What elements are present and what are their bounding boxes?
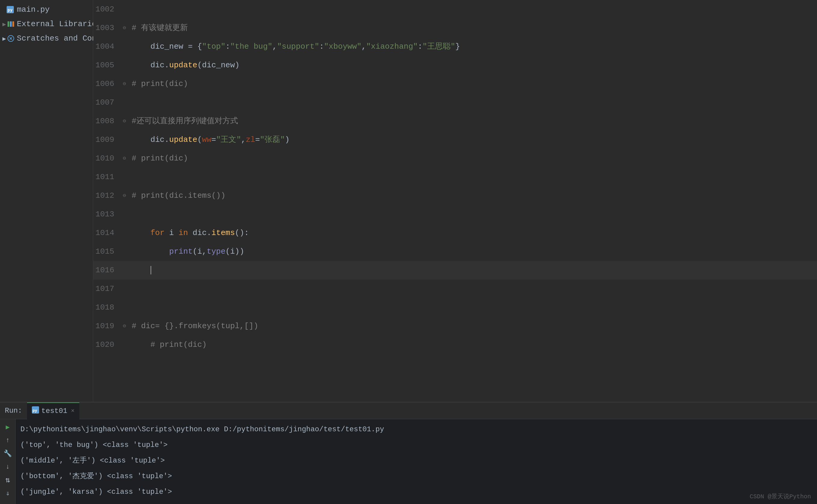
table-row: 1012 ⊖ # print(dic.items()) <box>93 186 817 205</box>
play-button[interactable]: ▶ <box>2 422 13 432</box>
svg-rect-3 <box>10 21 12 27</box>
sidebar-item-label: main.py <box>17 5 50 14</box>
expand-arrow-icon2: ▶ <box>2 35 6 42</box>
run-label: Run: <box>5 407 22 415</box>
list-item: D:\pythonitems\jinghao\venv\Scripts\pyth… <box>20 422 812 437</box>
sidebar-item-main-py[interactable]: py main.py <box>0 2 93 17</box>
svg-rect-4 <box>12 21 14 27</box>
table-row: 1018 <box>93 298 817 317</box>
run-panel: Run: py test01 × ▶ ↑ 🔧 ↓ ⇅ ⇓ ◼ 🖨 <box>0 402 817 504</box>
table-row: 1015 print(i,type(i)) <box>93 242 817 261</box>
svg-text:py: py <box>8 8 13 12</box>
watermark: CSDN @景天说Python <box>750 492 811 500</box>
rerun-button[interactable]: ⇅ <box>2 475 13 485</box>
table-row: 1011 <box>93 168 817 186</box>
table-row: 1017 <box>93 279 817 298</box>
expand-arrow-icon: ▶ <box>2 20 6 28</box>
table-row: 1014 for i in dic.items(): <box>93 224 817 242</box>
table-row: 1019 ⊖ # dic= {}.fromkeys(tupl,[]) <box>93 317 817 335</box>
wrench-button[interactable]: 🔧 <box>2 448 13 459</box>
scratches-icon <box>7 34 14 43</box>
list-item: ('top', 'the bug') <class 'tuple'> <box>20 437 812 453</box>
stop-button[interactable]: ◼ <box>2 501 13 504</box>
table-row: 1013 <box>93 205 817 224</box>
python-file-icon: py <box>6 5 14 14</box>
table-row: 1004 dic_new = {"top":"the bug","support… <box>93 37 817 56</box>
close-tab-button[interactable]: × <box>71 408 75 414</box>
console-output: D:\pythonitems\jinghao\venv\Scripts\pyth… <box>16 419 817 504</box>
sidebar-item-label: External Libraries <box>17 20 101 29</box>
scroll-down-button[interactable]: ↓ <box>2 461 13 472</box>
cursor <box>151 266 151 274</box>
run-tab[interactable]: py test01 × <box>27 402 79 419</box>
table-row: 1010 ⊖ # print(dic) <box>93 149 817 168</box>
scroll-up-button[interactable]: ↑ <box>2 435 13 446</box>
table-row: 1009 dic.update(ww="王文",zl="张磊") <box>93 130 817 149</box>
table-row: 1020 # print(dic) <box>93 335 817 354</box>
scroll-end-button[interactable]: ⇓ <box>2 488 13 499</box>
sidebar: py main.py ▶ External Libraries ▶ <box>0 0 93 402</box>
table-row: 1003 ⊖ # 有该键就更新 <box>93 19 817 37</box>
table-row: 1005 dic.update(dic_new) <box>93 56 817 75</box>
table-row: 1007 <box>93 93 817 112</box>
table-row: 1016 <box>93 261 817 279</box>
list-item: ('middle', '左手') <class 'tuple'> <box>20 453 812 469</box>
console-content: ▶ ↑ 🔧 ↓ ⇅ ⇓ ◼ 🖨 D:\pythonitems\jinghao\v… <box>0 419 817 504</box>
sidebar-item-external-libraries[interactable]: ▶ External Libraries <box>0 17 93 31</box>
run-tab-bar: Run: py test01 × <box>0 402 817 419</box>
sidebar-item-scratches[interactable]: ▶ Scratches and Consoles <box>0 31 93 46</box>
svg-rect-2 <box>8 21 9 27</box>
table-row: 1008 ⊖ #还可以直接用序列键值对方式 <box>93 112 817 130</box>
svg-text:py: py <box>32 408 37 413</box>
table-row: 1002 <box>93 0 817 19</box>
run-tab-name: test01 <box>41 407 67 415</box>
list-item: ('jungle', 'karsa') <class 'tuple'> <box>20 484 812 500</box>
code-content: 1002 1003 ⊖ # 有该键就更新 1004 dic_new = {"to… <box>93 0 817 402</box>
console-toolbar: ▶ ↑ 🔧 ↓ ⇅ ⇓ ◼ 🖨 <box>0 419 16 504</box>
editor-area[interactable]: 1002 1003 ⊖ # 有该键就更新 1004 dic_new = {"to… <box>93 0 817 402</box>
list-item: ('bottom', '杰克爱') <class 'tuple'> <box>20 469 812 484</box>
library-icon <box>7 20 14 28</box>
python-tab-icon: py <box>32 406 39 416</box>
table-row: 1006 ⊖ # print(dic) <box>93 75 817 93</box>
